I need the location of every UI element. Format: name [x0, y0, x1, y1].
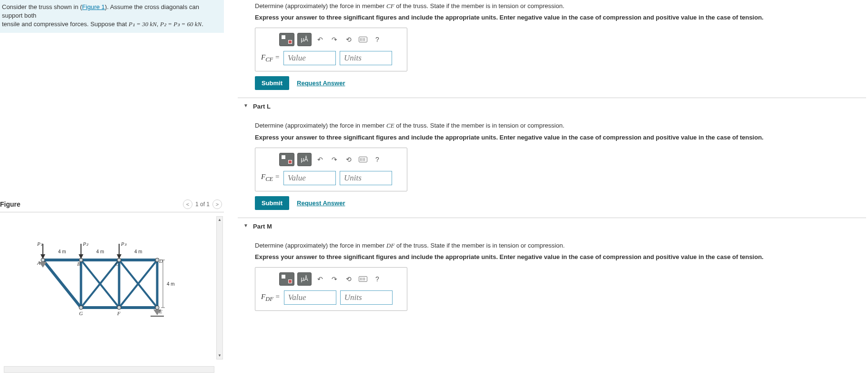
help-icon[interactable]: ?: [372, 153, 383, 166]
figure-body: A B C D E F G P₁ P₂ P₃ 4 m 4 m 4 m 4 m: [0, 212, 224, 374]
reset-icon[interactable]: ⟲: [343, 153, 354, 166]
svg-point-14: [79, 306, 83, 309]
answer-box-cf: μÅ ↶ ↷ ⟲ ? FCF =: [255, 28, 407, 71]
figure-scrollbar-vertical[interactable]: ▲ ▼: [216, 216, 223, 359]
part-cf-prompt-prefix: Determine (approximately) the force in m…: [255, 2, 386, 10]
var-label-cf: FCF =: [261, 53, 280, 63]
part-df-prompt-prefix: Determine (approximately) the force in m…: [255, 242, 386, 249]
svg-point-16: [155, 306, 159, 309]
part-cf-instruction: Express your answer to three significant…: [255, 13, 849, 22]
ps-p1: P₁ = 30 kN: [129, 20, 157, 28]
templates-button[interactable]: [279, 153, 294, 166]
symbols-mu-button[interactable]: μÅ: [297, 153, 312, 166]
ps-line2-prefix: tensile and compressive forces. Suppose …: [2, 20, 129, 28]
answer-box-ce: μÅ ↶ ↷ ⟲ ? FCE =: [255, 148, 407, 191]
dim-height: 4 m: [167, 281, 175, 287]
symbols-mu-button[interactable]: μÅ: [297, 272, 312, 286]
help-icon[interactable]: ?: [372, 272, 383, 286]
problem-statement: Consider the truss shown in (Figure 1). …: [0, 0, 224, 33]
figure-link[interactable]: Figure 1: [82, 3, 105, 10]
label-A: A: [37, 260, 40, 266]
symbol-toolbar-ce: μÅ ↶ ↷ ⟲ ?: [261, 153, 401, 166]
reset-icon[interactable]: ⟲: [343, 272, 354, 286]
submit-button-ce[interactable]: Submit: [255, 196, 289, 210]
svg-marker-25: [117, 254, 121, 259]
value-input-df[interactable]: [284, 290, 336, 305]
units-input-cf[interactable]: [340, 51, 392, 65]
figure-panel: Figure < 1 of 1 >: [0, 198, 224, 374]
ps-sep: ,: [157, 20, 160, 28]
svg-line-2: [43, 260, 81, 308]
ps-line1-prefix: Consider the truss shown in (: [2, 3, 82, 10]
reset-icon[interactable]: ⟲: [343, 33, 354, 46]
var-label-ce: FCE =: [261, 173, 280, 183]
redo-icon[interactable]: ↷: [329, 272, 340, 286]
part-l-header[interactable]: Part L: [238, 98, 866, 115]
part-ce-member: CE: [386, 122, 394, 129]
truss-diagram: A B C D E F G P₁ P₂ P₃ 4 m 4 m 4 m 4 m: [33, 241, 186, 331]
part-cf-member: CF: [386, 2, 394, 10]
part-cf-prompt-suffix: of the truss. State if the member is in …: [394, 2, 565, 10]
templates-button[interactable]: [279, 33, 294, 46]
help-icon[interactable]: ?: [372, 33, 383, 46]
label-P1: P₁: [37, 241, 42, 247]
symbols-mu-button[interactable]: μÅ: [297, 33, 312, 46]
label-D: D: [159, 258, 163, 264]
label-P2: P₂: [82, 241, 89, 247]
symbol-toolbar-df: μÅ ↶ ↷ ⟲ ?: [261, 272, 401, 286]
value-input-cf[interactable]: [283, 51, 336, 65]
figure-counter: 1 of 1: [195, 201, 210, 208]
left-column: Consider the truss shown in (Figure 1). …: [0, 0, 224, 389]
label-P3: P₃: [121, 241, 127, 247]
redo-icon[interactable]: ↷: [329, 153, 340, 166]
templates-button[interactable]: [279, 272, 294, 286]
submit-button-cf[interactable]: Submit: [255, 76, 289, 90]
svg-marker-21: [40, 254, 45, 259]
figure-next-button[interactable]: >: [212, 199, 222, 209]
redo-icon[interactable]: ↷: [329, 33, 340, 46]
figure-header: Figure < 1 of 1 >: [0, 198, 224, 212]
request-answer-link-ce[interactable]: Request Answer: [297, 199, 345, 207]
undo-icon[interactable]: ↶: [314, 153, 326, 166]
right-column: Determine (approximately) the force in m…: [236, 0, 868, 389]
scroll-up-icon: ▲: [217, 217, 222, 223]
label-B: B: [77, 261, 81, 267]
figure-prev-button[interactable]: <: [183, 199, 192, 209]
part-df-prompt: Determine (approximately) the force in m…: [255, 241, 849, 250]
svg-point-15: [117, 306, 121, 309]
ps-end: .: [202, 20, 203, 28]
part-ce-prompt-suffix: of the truss. State if the member is in …: [394, 122, 565, 129]
figure-title: Figure: [0, 200, 20, 208]
keyboard-icon[interactable]: [357, 272, 369, 286]
value-input-ce[interactable]: [283, 171, 336, 185]
part-df-prompt-suffix: of the truss. State if the member is in …: [394, 242, 565, 249]
scroll-down-icon: ▼: [217, 352, 222, 359]
symbol-toolbar-cf: μÅ ↶ ↷ ⟲ ?: [261, 33, 401, 46]
label-G: G: [79, 310, 83, 316]
undo-icon[interactable]: ↶: [314, 272, 326, 286]
answer-box-df: μÅ ↶ ↷ ⟲ ? FDF =: [255, 267, 407, 311]
label-E: E: [159, 309, 162, 314]
undo-icon[interactable]: ↶: [314, 33, 326, 46]
part-m-header[interactable]: Part M: [238, 218, 866, 235]
ps-p2: P₂ = P₃ = 60 kN: [160, 20, 202, 28]
svg-marker-23: [79, 254, 83, 259]
units-input-df[interactable]: [340, 290, 393, 305]
units-input-ce[interactable]: [340, 171, 392, 185]
dim-span-2: 4 m: [96, 249, 104, 254]
part-ce-prompt: Determine (approximately) the force in m…: [255, 121, 849, 130]
part-cf-prompt: Determine (approximately) the force in m…: [255, 2, 849, 10]
svg-point-13: [155, 258, 159, 262]
figure-scrollbar-horizontal[interactable]: [4, 366, 214, 373]
part-df-member: DF: [386, 242, 394, 249]
request-answer-link-cf[interactable]: Request Answer: [297, 80, 345, 87]
part-ce-instruction: Express your answer to three significant…: [255, 133, 849, 142]
part-df-instruction: Express your answer to three significant…: [255, 253, 849, 261]
figure-nav: < 1 of 1 >: [183, 199, 222, 209]
keyboard-icon[interactable]: [357, 153, 369, 166]
part-ce-prompt-prefix: Determine (approximately) the force in m…: [255, 122, 386, 129]
keyboard-icon[interactable]: [357, 33, 369, 46]
var-label-df: FDF =: [261, 293, 280, 303]
label-C: C: [115, 261, 119, 267]
dim-span-3: 4 m: [134, 249, 142, 254]
